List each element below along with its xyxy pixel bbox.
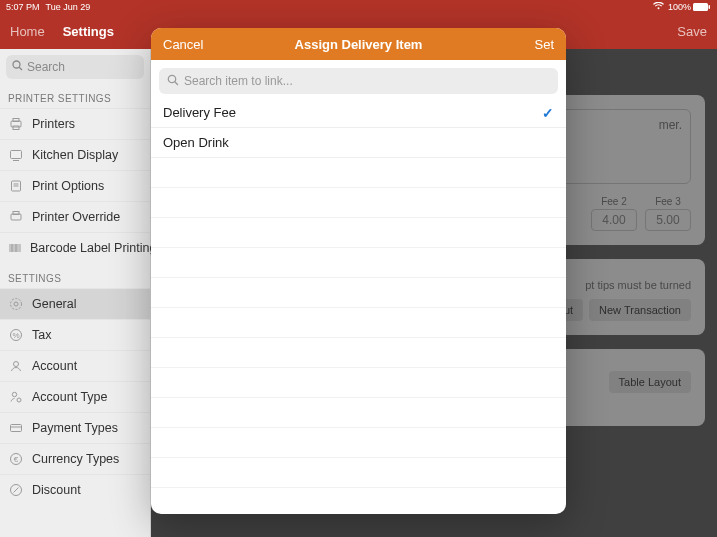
sidebar-item-account-type[interactable]: Account Type xyxy=(0,381,150,412)
modal-list[interactable]: Delivery Fee ✓ Open Drink xyxy=(151,98,566,514)
list-item xyxy=(151,488,566,514)
sidebar-search[interactable]: Search xyxy=(6,55,144,79)
modal-title: Assign Delivery Item xyxy=(211,37,506,52)
list-item xyxy=(151,368,566,398)
fee-3: Fee 3 5.00 xyxy=(645,196,691,231)
svg-line-34 xyxy=(175,81,178,84)
list-item xyxy=(151,158,566,188)
sidebar-item-account[interactable]: Account xyxy=(0,350,150,381)
list-item xyxy=(151,458,566,488)
list-item xyxy=(151,428,566,458)
modal-search-placeholder: Search item to link... xyxy=(184,74,293,88)
card-icon xyxy=(8,421,24,435)
fee-2: Fee 2 4.00 xyxy=(591,196,637,231)
search-icon xyxy=(12,60,23,74)
svg-rect-7 xyxy=(11,151,22,159)
list-item xyxy=(151,188,566,218)
status-date: Tue Jun 29 xyxy=(46,2,653,12)
svg-line-32 xyxy=(14,488,19,493)
sidebar: Search PRINTER SETTINGS Printers Kitchen… xyxy=(0,49,151,537)
svg-rect-5 xyxy=(13,119,19,122)
printer-override-icon xyxy=(8,210,24,224)
fee-2-input[interactable]: 4.00 xyxy=(591,209,637,231)
sidebar-item-label: Account Type xyxy=(32,390,108,404)
svg-point-2 xyxy=(13,61,20,68)
sidebar-item-general[interactable]: General xyxy=(0,288,150,319)
list-item xyxy=(151,308,566,338)
user-icon xyxy=(8,359,24,373)
user-gear-icon xyxy=(8,390,24,404)
fee-3-input[interactable]: 5.00 xyxy=(645,209,691,231)
sidebar-item-printers[interactable]: Printers xyxy=(0,108,150,139)
svg-line-3 xyxy=(19,67,22,70)
svg-point-26 xyxy=(17,398,21,402)
barcode-icon xyxy=(8,241,22,255)
svg-point-25 xyxy=(12,392,16,396)
cancel-button[interactable]: Cancel xyxy=(163,37,211,52)
sidebar-item-label: Discount xyxy=(32,483,81,497)
modal-item-delivery-fee[interactable]: Delivery Fee ✓ xyxy=(151,98,566,128)
sidebar-item-print-options[interactable]: Print Options xyxy=(0,170,150,201)
check-icon: ✓ xyxy=(542,105,554,121)
modal-item-open-drink[interactable]: Open Drink xyxy=(151,128,566,158)
sidebar-item-tax[interactable]: % Tax xyxy=(0,319,150,350)
modal-item-label: Delivery Fee xyxy=(163,105,542,120)
sidebar-item-label: Print Options xyxy=(32,179,104,193)
sidebar-item-barcode-label[interactable]: Barcode Label Printing xyxy=(0,232,150,263)
sidebar-item-label: Payment Types xyxy=(32,421,118,435)
display-icon xyxy=(8,148,24,162)
status-bar: 5:07 PM Tue Jun 29 100% xyxy=(0,0,717,14)
battery-indicator: 100% xyxy=(668,2,711,12)
sidebar-item-label: Account xyxy=(32,359,77,373)
list-item xyxy=(151,278,566,308)
sidebar-item-kitchen-display[interactable]: Kitchen Display xyxy=(0,139,150,170)
svg-rect-27 xyxy=(11,425,22,432)
modal-item-label: Open Drink xyxy=(163,135,554,150)
modal-search[interactable]: Search item to link... xyxy=(159,68,558,94)
tax-icon: % xyxy=(8,328,24,342)
svg-point-20 xyxy=(14,302,18,306)
modal-header: Cancel Assign Delivery Item Set xyxy=(151,28,566,60)
sidebar-item-label: Tax xyxy=(32,328,51,342)
search-icon xyxy=(167,74,179,89)
svg-text:%: % xyxy=(12,331,19,340)
svg-rect-0 xyxy=(693,3,708,11)
sidebar-item-discount[interactable]: Discount xyxy=(0,474,150,505)
svg-rect-1 xyxy=(709,5,711,9)
sidebar-item-label: Barcode Label Printing xyxy=(30,241,156,255)
assign-delivery-item-modal: Cancel Assign Delivery Item Set Search i… xyxy=(151,28,566,514)
list-item xyxy=(151,338,566,368)
section-settings: SETTINGS xyxy=(0,263,150,288)
svg-text:€: € xyxy=(14,455,19,464)
printer-icon xyxy=(8,117,24,131)
sidebar-item-currency-types[interactable]: € Currency Types xyxy=(0,443,150,474)
print-options-icon xyxy=(8,179,24,193)
sidebar-item-printer-override[interactable]: Printer Override xyxy=(0,201,150,232)
discount-icon xyxy=(8,483,24,497)
sidebar-item-label: General xyxy=(32,297,76,311)
set-button[interactable]: Set xyxy=(506,37,554,52)
wifi-icon xyxy=(653,2,664,12)
list-item xyxy=(151,398,566,428)
sidebar-item-payment-types[interactable]: Payment Types xyxy=(0,412,150,443)
list-item xyxy=(151,248,566,278)
section-printer-settings: PRINTER SETTINGS xyxy=(0,83,150,108)
header-home[interactable]: Home xyxy=(10,24,45,39)
svg-rect-13 xyxy=(13,212,19,215)
svg-point-24 xyxy=(14,362,19,367)
sidebar-item-label: Currency Types xyxy=(32,452,119,466)
gear-icon xyxy=(8,297,24,311)
currency-icon: € xyxy=(8,452,24,466)
sidebar-search-placeholder: Search xyxy=(27,60,65,74)
sidebar-item-label: Printers xyxy=(32,117,75,131)
header-settings[interactable]: Settings xyxy=(63,24,114,39)
svg-point-33 xyxy=(168,75,175,82)
sidebar-item-label: Kitchen Display xyxy=(32,148,118,162)
save-button[interactable]: Save xyxy=(677,24,707,39)
sidebar-item-label: Printer Override xyxy=(32,210,120,224)
svg-point-21 xyxy=(11,299,22,310)
list-item xyxy=(151,218,566,248)
new-transaction-button[interactable]: New Transaction xyxy=(589,299,691,321)
status-time: 5:07 PM xyxy=(6,2,40,12)
table-layout-button[interactable]: Table Layout xyxy=(609,371,691,393)
